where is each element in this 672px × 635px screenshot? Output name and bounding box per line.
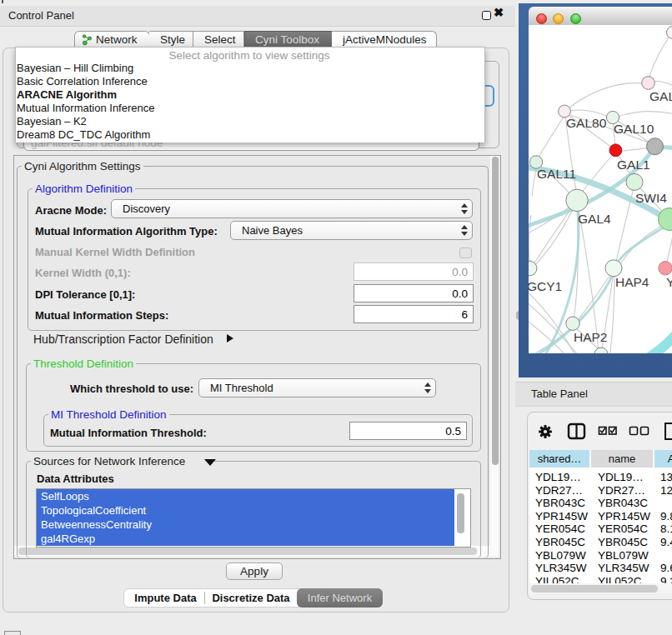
- svg-text:GAL11: GAL11: [537, 167, 576, 181]
- svg-text:GAL2: GAL2: [649, 89, 672, 103]
- svg-text:HAP4: HAP4: [615, 275, 649, 289]
- svg-text:HAP2: HAP2: [574, 330, 608, 344]
- svg-text:GAL10: GAL10: [614, 122, 654, 136]
- svg-text:GAL4: GAL4: [578, 212, 611, 226]
- svg-text:GCY1: GCY1: [529, 279, 562, 293]
- svg-text:SWI4: SWI4: [635, 191, 667, 205]
- svg-text:GAL1: GAL1: [617, 158, 650, 172]
- svg-text:Y: Y: [666, 275, 672, 289]
- svg-text:GAL80: GAL80: [566, 116, 607, 130]
